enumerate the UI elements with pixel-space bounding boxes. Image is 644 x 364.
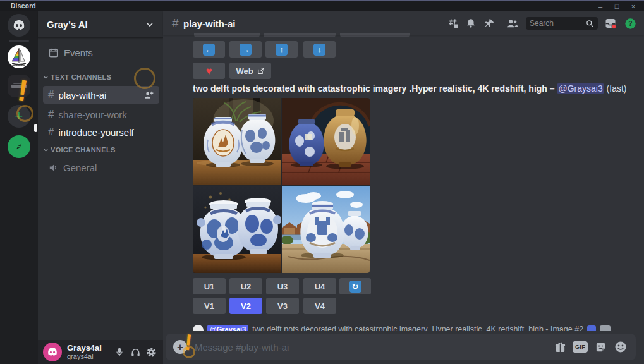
- pan-left-button[interactable]: ←: [193, 41, 225, 58]
- settings-button[interactable]: [144, 345, 158, 359]
- app-title: Discord: [11, 3, 36, 9]
- search-icon: [586, 20, 594, 28]
- user-avatar[interactable]: [43, 343, 62, 361]
- pan-up-button[interactable]: ↑: [265, 41, 298, 58]
- sidebar-item-introduce-yourself[interactable]: # introduce-yourself: [43, 123, 159, 141]
- inbox-button[interactable]: [604, 17, 617, 30]
- image-bottom-left[interactable]: [193, 186, 281, 273]
- members-icon: [506, 18, 519, 29]
- refresh-icon: ↻: [349, 281, 361, 293]
- microphone-icon: [114, 347, 125, 357]
- message-composer[interactable]: + GIF: [166, 334, 636, 360]
- upscale-1-button[interactable]: U1: [193, 278, 226, 294]
- gift-button[interactable]: [552, 339, 568, 355]
- click-marker-ring: [16, 105, 33, 122]
- hash-icon: #: [172, 16, 179, 30]
- search-box[interactable]: [526, 17, 598, 30]
- voice-channels-header[interactable]: VOICE CHANNELS: [43, 146, 116, 154]
- arrow-right-icon: →: [240, 44, 252, 56]
- notifications-button[interactable]: [465, 17, 477, 30]
- variation-3-button[interactable]: V3: [266, 298, 299, 314]
- svg-text:?: ?: [628, 20, 632, 27]
- external-link-icon: [257, 67, 265, 75]
- upscale-3-button[interactable]: U3: [266, 278, 299, 294]
- variation-1-button[interactable]: V1: [193, 298, 226, 314]
- user-area: Grays4ai grays4ai: [38, 340, 163, 364]
- sailboat-icon: [8, 46, 30, 68]
- search-input[interactable]: [530, 19, 586, 28]
- click-target-ring: [134, 68, 155, 89]
- explore-servers-button[interactable]: [8, 135, 30, 158]
- emoji-picker-button[interactable]: [613, 339, 628, 355]
- upscale-4-button[interactable]: U4: [303, 278, 336, 294]
- gift-icon: [554, 341, 566, 353]
- upscale-2-button[interactable]: U2: [229, 278, 262, 294]
- pinned-messages-button[interactable]: [483, 17, 495, 30]
- calendar-icon: [48, 47, 59, 58]
- sticker-button[interactable]: [593, 339, 608, 355]
- gif-icon: GIF: [573, 341, 588, 353]
- reaction-emoji-icon[interactable]: [587, 325, 596, 331]
- pan-down-button[interactable]: ↓: [303, 41, 336, 58]
- sidebar-item-share-your-work[interactable]: # share-your-work: [43, 106, 159, 123]
- channel-sidebar: Gray's AI Events TEXT CHANNELS # play-wi…: [38, 11, 163, 364]
- chat-area: # play-with-ai: [163, 11, 644, 364]
- user-mention[interactable]: @Graysai3: [207, 325, 248, 331]
- midjourney-server-button[interactable]: [8, 46, 30, 68]
- pin-icon: [484, 18, 495, 29]
- generation-mode: (fast): [607, 83, 627, 94]
- hash-icon: #: [48, 108, 54, 121]
- mute-button[interactable]: [112, 345, 126, 359]
- threads-button[interactable]: [447, 17, 459, 30]
- reroll-button[interactable]: ↻: [339, 278, 371, 294]
- variation-4-button[interactable]: V4: [303, 298, 336, 314]
- hash-icon: #: [48, 126, 54, 138]
- username: Grays4ai: [67, 344, 111, 353]
- message-text: two delft pots decorated with catastroph…: [252, 325, 583, 331]
- discord-home-button[interactable]: [8, 14, 30, 37]
- events-label: Events: [64, 47, 93, 58]
- sidebar-item-events[interactable]: Events: [43, 44, 159, 61]
- chat-header: # play-with-ai: [163, 11, 644, 35]
- prompt-text: two delft pots decorated with catastroph…: [193, 83, 547, 94]
- image-bottom-right[interactable]: [282, 186, 370, 273]
- avatar: [193, 325, 204, 331]
- image-top-left[interactable]: [193, 98, 281, 185]
- web-button[interactable]: Web: [229, 63, 271, 79]
- gear-icon: [146, 347, 157, 358]
- member-list-button[interactable]: [506, 17, 519, 30]
- close-icon[interactable]: ×: [626, 1, 640, 11]
- user-names[interactable]: Grays4ai grays4ai: [67, 344, 111, 360]
- speaker-icon: [48, 162, 59, 173]
- arrow-up-icon: ↑: [276, 44, 288, 56]
- channel-label: introduce-yourself: [58, 127, 133, 138]
- message-input[interactable]: [195, 342, 547, 353]
- deafen-button[interactable]: [128, 345, 142, 359]
- arrow-left-icon: ←: [203, 44, 215, 56]
- server-header[interactable]: Gray's AI: [38, 11, 163, 38]
- discord-logo-icon: [46, 346, 59, 358]
- pan-right-button[interactable]: →: [229, 41, 262, 58]
- chevron-down-icon: [145, 20, 154, 29]
- rail-separator: [9, 40, 29, 42]
- minimize-icon[interactable]: –: [593, 1, 607, 11]
- variation-2-button[interactable]: V2: [229, 298, 262, 314]
- unread-indicator-pill: [34, 124, 37, 132]
- create-invite-icon[interactable]: [143, 90, 154, 100]
- user-tag: grays4ai: [67, 353, 111, 360]
- user-mention[interactable]: @Graysai3: [557, 83, 604, 94]
- image-top-right[interactable]: [282, 98, 370, 185]
- window-titlebar: Discord – □ ×: [0, 0, 644, 11]
- generated-image-grid[interactable]: [193, 98, 370, 273]
- chevron-down-icon: [43, 147, 49, 153]
- gif-picker-button[interactable]: GIF: [573, 339, 588, 355]
- channel-title: play-with-ai: [183, 18, 236, 29]
- attachment-icon[interactable]: [600, 325, 611, 331]
- compass-icon: [12, 140, 26, 154]
- text-channels-header[interactable]: TEXT CHANNELS: [43, 73, 111, 81]
- favorite-button[interactable]: ♥: [193, 63, 225, 79]
- help-button[interactable]: ?: [624, 17, 636, 30]
- maximize-icon[interactable]: □: [610, 1, 624, 11]
- channel-label: play-with-ai: [58, 90, 143, 100]
- sidebar-item-general-voice[interactable]: General: [43, 159, 159, 176]
